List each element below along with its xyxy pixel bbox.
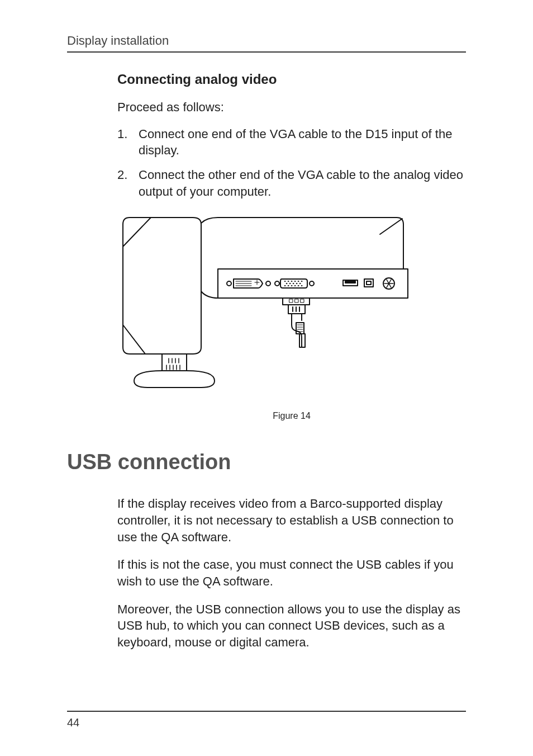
body-paragraph: If the display receives video from a Bar… bbox=[117, 495, 466, 545]
page-footer: 44 bbox=[67, 711, 466, 729]
svg-rect-47 bbox=[295, 299, 298, 303]
svg-point-26 bbox=[289, 284, 291, 285]
step-list: 1. Connect one end of the VGA cable to t… bbox=[117, 126, 466, 200]
body-paragraph: If this is not the case, you must connec… bbox=[117, 556, 466, 589]
svg-point-31 bbox=[288, 286, 289, 287]
svg-point-32 bbox=[291, 286, 292, 287]
svg-point-34 bbox=[298, 286, 299, 287]
section-heading: USB connection bbox=[67, 450, 466, 474]
svg-point-20 bbox=[288, 281, 289, 282]
main-content: Connecting analog video Proceed as follo… bbox=[117, 72, 466, 200]
svg-point-19 bbox=[284, 281, 285, 282]
page-number: 44 bbox=[67, 716, 466, 729]
page: Display installation Connecting analog v… bbox=[0, 0, 533, 756]
svg-point-33 bbox=[294, 286, 296, 287]
svg-point-24 bbox=[301, 281, 302, 282]
step-item: 2. Connect the other end of the VGA cabl… bbox=[117, 167, 466, 200]
svg-point-29 bbox=[299, 284, 301, 285]
svg-rect-48 bbox=[301, 299, 304, 303]
svg-point-23 bbox=[298, 281, 299, 282]
step-text: Connect the other end of the VGA cable t… bbox=[139, 167, 466, 200]
running-head: Display installation bbox=[67, 34, 466, 48]
subsection-heading: Connecting analog video bbox=[117, 72, 466, 87]
svg-point-21 bbox=[291, 281, 292, 282]
lead-text: Proceed as follows: bbox=[117, 100, 466, 116]
svg-point-35 bbox=[301, 286, 302, 287]
svg-point-28 bbox=[296, 284, 297, 285]
svg-point-22 bbox=[294, 281, 296, 282]
body-paragraph: Moreover, the USB connection allows you … bbox=[117, 601, 466, 651]
footer-rule bbox=[67, 711, 466, 712]
svg-point-30 bbox=[284, 286, 285, 287]
figure-caption: Figure 14 bbox=[117, 411, 466, 421]
figure-wrapper: Figure 14 bbox=[117, 213, 466, 421]
step-item: 1. Connect one end of the VGA cable to t… bbox=[117, 126, 466, 159]
step-text: Connect one end of the VGA cable to the … bbox=[139, 126, 466, 159]
header-rule bbox=[67, 51, 466, 53]
svg-rect-46 bbox=[289, 299, 293, 303]
svg-rect-0 bbox=[162, 354, 187, 371]
svg-point-25 bbox=[286, 284, 287, 285]
step-number: 1. bbox=[117, 126, 139, 159]
step-number: 2. bbox=[117, 167, 139, 200]
svg-point-27 bbox=[293, 284, 294, 285]
svg-rect-38 bbox=[345, 281, 355, 283]
display-diagram bbox=[117, 213, 413, 392]
